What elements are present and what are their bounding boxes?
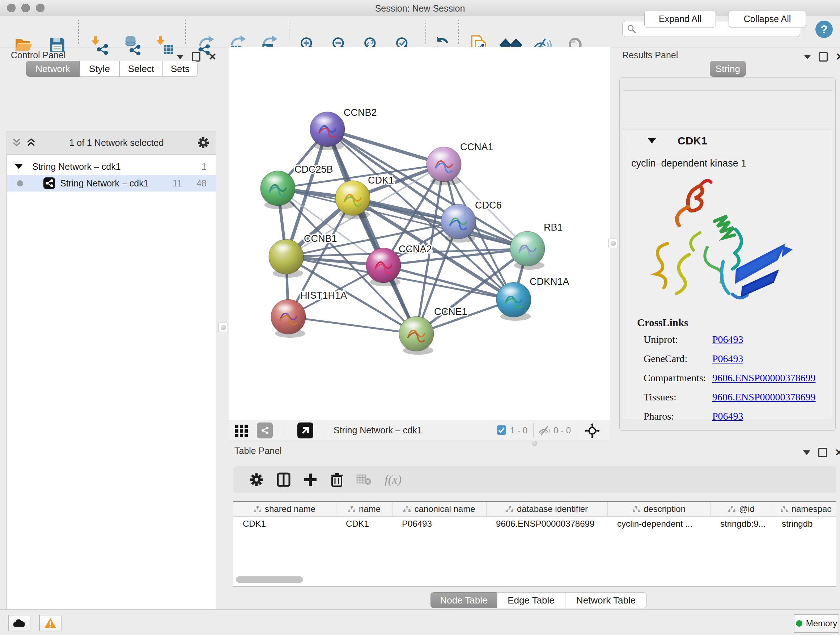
expand-all-chevron-icon[interactable]: [27, 138, 36, 148]
pan-tool-button[interactable]: [584, 423, 600, 439]
column-header-shared-name[interactable]: shared name: [233, 502, 336, 516]
edge-HIST1H1A-CCNE1[interactable]: [288, 317, 416, 334]
node-label-CDC6: CDC6: [475, 200, 502, 211]
collection-caret-icon[interactable]: [15, 164, 23, 169]
tab-node-table[interactable]: Node Table: [431, 592, 497, 608]
table-cell[interactable]: stringdb: [772, 516, 836, 531]
float-panel-icon[interactable]: [177, 55, 184, 59]
table-tabs: Node Table Edge Table Network Table: [431, 592, 647, 608]
table-cell[interactable]: CDK1: [336, 516, 393, 531]
tab-network-table[interactable]: Network Table: [565, 592, 647, 608]
maximize-panel-icon[interactable]: [819, 52, 828, 62]
function-builder-icon[interactable]: f(x): [385, 473, 401, 486]
node-CDC6[interactable]: CDC6: [441, 200, 502, 242]
float-panel-icon[interactable]: [804, 55, 811, 59]
column-attribute-icon: [403, 506, 411, 512]
gene-header-row[interactable]: CDK1: [623, 130, 832, 152]
table-header-row: shared namenamecanonical namedatabase id…: [233, 502, 836, 516]
cloud-icon: [13, 618, 26, 628]
crosslinks-list: Uniprot:P06493GeneCard:P06493Compartment…: [623, 334, 832, 422]
node-CCNE1[interactable]: CCNE1: [399, 306, 467, 355]
node-CCNA2[interactable]: CCNA2: [366, 244, 432, 287]
crosslink-label: Pharos:: [644, 410, 712, 422]
table-cell[interactable]: P06493: [393, 516, 486, 531]
node-HIST1H1A[interactable]: HIST1H1A: [271, 290, 347, 338]
help-button[interactable]: ?: [815, 21, 833, 38]
table-cell[interactable]: stringdb:9...: [711, 516, 772, 531]
splitter-knob-icon: [221, 325, 226, 330]
network-label: String Network – cdk1: [60, 178, 172, 188]
selected-checkbox[interactable]: [496, 425, 507, 435]
collapse-all-chevron-icon[interactable]: [12, 138, 21, 148]
tab-edge-table[interactable]: Edge Table: [497, 592, 565, 608]
tab-style[interactable]: Style: [80, 61, 119, 77]
memory-label: Memory: [806, 618, 837, 629]
network-style-button[interactable]: [257, 423, 273, 439]
control-panel-window-buttons: ✕: [177, 52, 217, 62]
edge-CCNB2-CCNA1[interactable]: [327, 129, 444, 165]
node-CDK1[interactable]: CDK1: [335, 175, 394, 219]
column-header-name[interactable]: name: [336, 502, 393, 516]
tab-network[interactable]: Network: [26, 61, 80, 77]
column-header-database-identifier[interactable]: database identifier: [486, 502, 608, 516]
node-CDKN1A[interactable]: CDKN1A: [496, 276, 569, 321]
table-cell[interactable]: cyclin-dependent ...: [608, 516, 711, 531]
table-row[interactable]: CDK1CDK1P064939606.ENSP00000378699cyclin…: [233, 516, 836, 531]
clear-table-icon[interactable]: [356, 473, 371, 486]
tab-sets[interactable]: Sets: [163, 61, 197, 77]
column-attribute-icon: [728, 506, 736, 512]
crosslink-value-link[interactable]: P06493: [712, 334, 744, 345]
tab-select[interactable]: Select: [119, 61, 163, 77]
node-CCNA1[interactable]: CCNA1: [426, 141, 493, 185]
node-label-CCNA1: CCNA1: [460, 141, 493, 152]
column-header-description[interactable]: description: [608, 502, 711, 516]
protein-structure-image: [646, 175, 798, 310]
crosslink-value-link[interactable]: 9606.ENSP00000378699: [712, 391, 815, 403]
results-actions-box: [623, 90, 832, 127]
maximize-panel-icon[interactable]: [192, 52, 201, 62]
gear-icon[interactable]: [197, 136, 210, 149]
delete-column-icon[interactable]: [330, 472, 343, 487]
warnings-button[interactable]: [39, 615, 62, 631]
close-panel-icon[interactable]: ✕: [836, 53, 840, 60]
crosslink-value-link[interactable]: 9606.ENSP00000378699: [712, 372, 815, 384]
collapse-entry-caret-icon[interactable]: [648, 138, 656, 143]
crosslink-row: Uniprot:P06493: [644, 334, 832, 345]
float-panel-icon[interactable]: [803, 450, 810, 455]
crosslink-value-link[interactable]: P06493: [712, 410, 744, 422]
column-header-canonical-name[interactable]: canonical name: [393, 502, 486, 516]
column-attribute-icon: [633, 506, 640, 512]
close-panel-icon[interactable]: ✕: [208, 53, 217, 60]
node-RB1[interactable]: RB1: [510, 222, 563, 270]
network-graph[interactable]: CCNB2CCNA1CDC25BCDK1CDC6RB1CCNB1CCNA2CDK…: [229, 47, 610, 420]
crosslink-value-link[interactable]: P06493: [712, 353, 744, 364]
column-attribute-icon: [254, 506, 261, 512]
network-list-header: 1 of 1 Network selected: [6, 131, 216, 154]
grid-icon: [234, 423, 249, 439]
network-row[interactable]: String Network – cdk1 11 48: [7, 175, 216, 192]
memory-button[interactable]: Memory: [794, 614, 839, 633]
hidden-toggle[interactable]: [538, 424, 551, 436]
network-collection-row[interactable]: String Network – cdk1 1: [7, 158, 216, 175]
grid-view-button[interactable]: [234, 423, 249, 439]
collapse-all-button[interactable]: Collapse All: [729, 10, 806, 28]
gear-icon[interactable]: [249, 472, 264, 487]
results-panel-title: Results Panel: [622, 50, 678, 60]
close-panel-icon[interactable]: ✕: [835, 449, 840, 456]
table-cell[interactable]: 9606.ENSP00000378699: [486, 516, 608, 531]
scrollbar-thumb[interactable]: [236, 576, 303, 583]
expand-all-button[interactable]: Expand All: [644, 10, 716, 28]
columns-icon[interactable]: [277, 472, 291, 487]
cloud-status-button[interactable]: [8, 615, 30, 631]
column-header-@id[interactable]: @id: [711, 502, 772, 516]
birdseye-view-button[interactable]: [297, 423, 313, 439]
network-canvas[interactable]: CCNB2CCNA1CDC25BCDK1CDC6RB1CCNB1CCNA2CDK…: [229, 47, 610, 420]
table-cell[interactable]: CDK1: [233, 516, 336, 531]
column-header-namespac[interactable]: namespac: [772, 502, 836, 516]
maximize-panel-icon[interactable]: [818, 448, 827, 457]
tab-string[interactable]: String: [710, 61, 746, 77]
table-horizontal-scrollbar[interactable]: [236, 576, 833, 584]
gene-name: CDK1: [677, 135, 707, 147]
add-column-icon[interactable]: [303, 473, 317, 486]
left-splitter-handle[interactable]: [218, 323, 228, 332]
